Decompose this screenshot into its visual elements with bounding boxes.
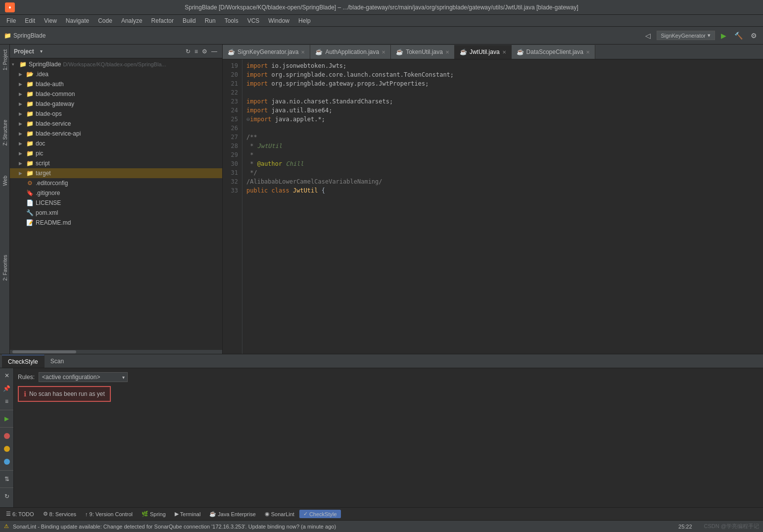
filter-errors-btn[interactable] <box>1 431 12 441</box>
tab-close-2[interactable]: ✕ <box>382 49 385 55</box>
tab-tokenutil[interactable]: ☕ TokenUtil.java ✕ <box>391 45 455 59</box>
java-icon-4: ☕ <box>460 48 467 55</box>
side-tab-web[interactable]: Web <box>0 171 9 191</box>
close-bottom-btn[interactable]: ✕ <box>1 370 12 381</box>
back-button[interactable]: ◁ <box>643 31 653 41</box>
pin-btn[interactable]: 📌 <box>1 383 12 394</box>
tab-authapplication[interactable]: ☕ AuthApplication.java ✕ <box>310 45 391 59</box>
root-arrow: ▾ <box>12 62 19 67</box>
side-tab-project[interactable]: 1: Project <box>0 45 9 75</box>
status-message[interactable]: SonarLint - Binding update available: Ch… <box>13 524 336 530</box>
bottom-strip: ☰ 6: TODO ⚙ 8: Services ↑ 9: Version Con… <box>0 507 763 520</box>
tree-item-blade-common[interactable]: ▶ 📁 blade-common <box>10 89 222 99</box>
strip-terminal[interactable]: ▶ Terminal <box>171 510 205 518</box>
run-config-dropdown[interactable]: SignKeyGenerator ▾ <box>657 31 715 40</box>
project-label: 📁 SpringBlade <box>4 32 46 39</box>
collapse-button[interactable]: ≡ <box>193 48 199 55</box>
strip-sonarlint[interactable]: ◉ SonarLint <box>261 510 298 518</box>
status-warning-icon: ⚠ <box>4 523 9 530</box>
no-scan-box: ℹ No scan has been run as yet <box>18 386 111 402</box>
blade-common-icon: 📁 <box>26 90 34 98</box>
menu-help[interactable]: Help <box>294 16 315 25</box>
close-panel-button[interactable]: — <box>210 48 218 55</box>
menu-edit[interactable]: Edit <box>21 16 39 25</box>
tree-item-blade-service-api[interactable]: ▶ 📁 blade-service-api <box>10 129 222 139</box>
menu-run[interactable]: Run <box>201 16 220 25</box>
filter-warnings-btn[interactable] <box>1 443 12 454</box>
tree-root[interactable]: ▾ 📁 SpringBlade D/Workspace/KQ/bladex-op… <box>10 59 222 69</box>
side-tab-structure[interactable]: Z: Structure <box>0 115 9 150</box>
content-area: 1: Project Z: Structure Web 2: Favorites… <box>0 45 763 354</box>
menu-navigate[interactable]: Navigate <box>62 16 93 25</box>
tab-close-1[interactable]: ✕ <box>301 49 305 55</box>
code-editor[interactable]: 19 20 21 22 23 24 25 26 27 28 29 30 31 3… <box>223 59 763 354</box>
tab-close-5[interactable]: ✕ <box>586 49 590 55</box>
run-button[interactable]: ▶ <box>719 31 728 41</box>
run-scan-btn[interactable]: ▶ <box>1 413 12 424</box>
tree-item-pom[interactable]: ▶ 🔧 pom.xml <box>10 208 222 218</box>
tree-item-pic[interactable]: ▶ 📁 pic <box>10 148 222 158</box>
bottom-left-toolbar: ✕ 📌 ≡ ▶ ⇅ ↻ <box>0 368 14 507</box>
sync-button[interactable]: ↻ <box>185 48 191 55</box>
menu-analyze[interactable]: Analyze <box>117 16 146 25</box>
tree-scrollbar[interactable] <box>10 350 222 354</box>
tree-item-blade-service[interactable]: ▶ 📁 blade-service <box>10 119 222 129</box>
tree-item-editorconfig[interactable]: ▶ ⚙ .editorconfig <box>10 178 222 188</box>
tree-item-script[interactable]: ▶ 📁 script <box>10 158 222 168</box>
pic-icon: 📁 <box>26 149 34 157</box>
strip-vcs[interactable]: ↑ 9: Version Control <box>81 510 137 518</box>
tree-item-blade-auth[interactable]: ▶ 📁 blade-auth <box>10 79 222 89</box>
tree-item-blade-gateway[interactable]: ▶ 📁 blade-gateway <box>10 99 222 109</box>
menu-build[interactable]: Build <box>179 16 200 25</box>
rules-dropdown-wrapper[interactable]: <active configuration> ▾ <box>39 372 128 382</box>
tab-jwtutil[interactable]: ☕ JwtUtil.java ✕ <box>455 45 512 59</box>
menu-file[interactable]: File <box>2 16 20 25</box>
editor-area: ☕ SignKeyGenerator.java ✕ ☕ AuthApplicat… <box>223 45 763 354</box>
blade-ops-icon: 📁 <box>26 110 34 118</box>
rules-dropdown[interactable]: <active configuration> <box>39 372 128 382</box>
tree-item-gitignore[interactable]: ▶ 🔖 .gitignore <box>10 188 222 198</box>
settings-panel-button[interactable]: ⚙ <box>201 48 208 55</box>
sort-btn[interactable]: ≡ <box>1 396 12 407</box>
strip-spring[interactable]: 🌿 Spring <box>138 510 170 518</box>
refresh-btn[interactable]: ↻ <box>1 491 12 502</box>
app-logo: ♦ <box>5 2 15 12</box>
tree-item-target[interactable]: ▶ 📁 target <box>10 168 222 178</box>
tree-item-blade-ops[interactable]: ▶ 📁 blade-ops <box>10 109 222 119</box>
menu-bar: File Edit View Navigate Code Analyze Ref… <box>0 15 763 27</box>
menu-tools[interactable]: Tools <box>221 16 242 25</box>
tab-close-3[interactable]: ✕ <box>445 49 449 55</box>
tree-item-license[interactable]: ▶ 📄 LICENSE <box>10 198 222 208</box>
tab-checkstyle[interactable]: CheckStyle <box>2 355 45 368</box>
tree-item-readme[interactable]: ▶ 📝 README.md <box>10 218 222 228</box>
panel-title: Project <box>14 48 34 55</box>
strip-services[interactable]: ⚙ 8: Services <box>39 510 80 518</box>
menu-code[interactable]: Code <box>94 16 116 25</box>
side-tab-favorites[interactable]: 2: Favorites <box>0 250 9 286</box>
expand-btn[interactable]: ⇅ <box>1 474 12 484</box>
build-button[interactable]: 🔨 <box>732 31 745 41</box>
menu-refactor[interactable]: Refactor <box>147 16 178 25</box>
title-bar: ♦ SpringBlade [D/Workspace/KQ/bladex-ope… <box>0 0 763 15</box>
code-content[interactable]: import io.jsonwebtoken.Jwts; import org.… <box>242 59 763 354</box>
tab-signkeygenerator[interactable]: ☕ SignKeyGenerator.java ✕ <box>223 45 310 59</box>
menu-window[interactable]: Window <box>264 16 293 25</box>
tab-datascopeclient[interactable]: ☕ DataScopeClient.java ✕ <box>512 45 595 59</box>
tab-close-4[interactable]: ✕ <box>502 49 506 55</box>
no-scan-icon: ℹ <box>24 390 26 398</box>
strip-java-enterprise[interactable]: ☕ Java Enterprise <box>205 510 259 518</box>
line-numbers: 19 20 21 22 23 24 25 26 27 28 29 30 31 3… <box>223 59 242 354</box>
tab-scan[interactable]: Scan <box>45 355 70 368</box>
menu-vcs[interactable]: VCS <box>243 16 264 25</box>
strip-checkstyle[interactable]: ✓ CheckStyle <box>299 510 341 518</box>
settings-button[interactable]: ⚙ <box>749 31 759 41</box>
menu-view[interactable]: View <box>40 16 61 25</box>
tree-item-idea[interactable]: ▶ 📂 .idea <box>10 69 222 79</box>
strip-todo[interactable]: ☰ 6: TODO <box>2 510 38 518</box>
filter-info-btn[interactable] <box>1 456 12 467</box>
tree-item-doc[interactable]: ▶ 📁 doc <box>10 139 222 148</box>
error-dot <box>4 433 10 439</box>
panel-dropdown-arrow[interactable]: ▾ <box>40 48 43 54</box>
java-icon-2: ☕ <box>315 48 323 55</box>
services-icon: ⚙ <box>43 511 48 517</box>
